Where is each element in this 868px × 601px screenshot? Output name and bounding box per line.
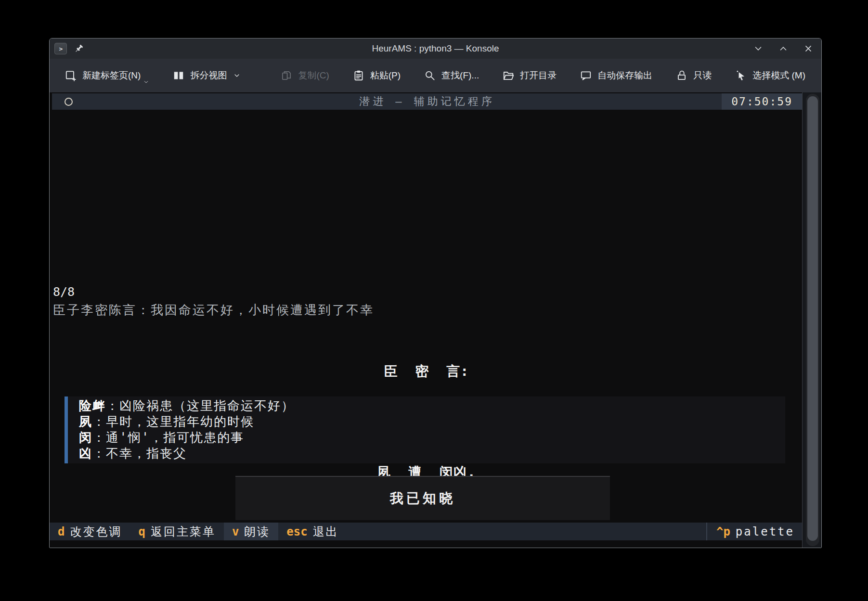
new-tab-icon xyxy=(65,69,77,82)
tui-footer-bar: d 改变色调 q 返回主菜单 v 朗读 esc 退出 ^p palette xyxy=(50,523,803,540)
tui-header-bar: 潜进 – 辅助记忆程序 07:50:59 xyxy=(52,93,802,110)
annotation-line: 险衅：凶险祸患（这里指命运不好） xyxy=(79,398,785,414)
annotation-box: 险衅：凶险祸患（这里指命运不好） 夙：早时，这里指年幼的时候 闵：通'悯'，指可… xyxy=(65,396,785,463)
split-view-button[interactable]: 拆分视图 xyxy=(166,63,247,88)
autosave-output-button[interactable]: 自动保存输出 xyxy=(573,63,659,88)
keybind-change-theme[interactable]: d 改变色调 xyxy=(50,523,130,540)
pin-icon[interactable] xyxy=(74,43,84,54)
keybind-read-aloud[interactable]: v 朗读 xyxy=(224,523,278,540)
read-only-label: 只读 xyxy=(693,69,712,82)
folder-icon xyxy=(502,69,515,82)
annotation-line: 闵：通'悯'，指可忧患的事 xyxy=(79,430,785,446)
new-tab-button[interactable]: 新建标签页(N) xyxy=(58,63,155,88)
select-mode-label: 选择模式 (M) xyxy=(752,69,805,82)
annotation-line: 凶：不幸，指丧父 xyxy=(79,446,785,461)
open-directory-label: 打开目录 xyxy=(520,69,557,82)
spinner-icon xyxy=(65,98,73,106)
cursor-icon xyxy=(735,69,747,82)
copy-label: 复制(C) xyxy=(298,69,329,82)
translation-text: 臣子李密陈言：我因命运不好，小时候遭遇到了不幸 xyxy=(53,300,374,320)
select-mode-button[interactable]: 选择模式 (M) xyxy=(728,63,812,88)
maximize-button[interactable] xyxy=(778,43,789,54)
paste-icon xyxy=(352,69,365,82)
window-title: HeurAMS : python3 — Konsole xyxy=(372,43,499,54)
terminal-view: 潜进 – 辅助记忆程序 07:50:59 8/8 臣子李密陈言：我因命运不好，小… xyxy=(50,92,821,548)
split-view-label: 拆分视图 xyxy=(190,69,227,82)
toolbar: 新建标签页(N) 拆分视图 复制(C) xyxy=(50,59,821,92)
split-view-icon xyxy=(172,69,185,82)
copy-button: 复制(C) xyxy=(274,63,335,88)
chevron-down-icon xyxy=(143,79,149,85)
progress-counter: 8/8 xyxy=(53,284,75,300)
output-bubble-icon xyxy=(580,69,592,82)
tui-app-title: 潜进 – 辅助记忆程序 xyxy=(359,94,495,109)
titlebar: > HeurAMS : python3 — Konsole xyxy=(50,38,821,59)
autosave-output-label: 自动保存输出 xyxy=(597,69,652,82)
keybind-palette[interactable]: ^p palette xyxy=(707,523,803,540)
close-button[interactable] xyxy=(803,43,814,54)
search-icon xyxy=(424,69,436,82)
copy-icon xyxy=(280,69,293,82)
read-only-button[interactable]: 只读 xyxy=(669,63,718,88)
annotation-line: 夙：早时，这里指年幼的时候 xyxy=(79,414,785,430)
find-label: 查找(F)... xyxy=(441,69,479,82)
poem-line: 臣 密 言: xyxy=(50,363,803,380)
tui-clock: 07:50:59 xyxy=(722,93,802,110)
scrollbar-thumb[interactable] xyxy=(807,96,818,541)
acknowledge-button[interactable]: 我已知晓 xyxy=(235,476,610,520)
keybind-exit[interactable]: esc 退出 xyxy=(278,523,347,540)
paste-button[interactable]: 粘贴(P) xyxy=(346,63,407,88)
paste-label: 粘贴(P) xyxy=(370,69,401,82)
minimize-button[interactable] xyxy=(753,43,764,54)
new-tab-label: 新建标签页(N) xyxy=(82,69,141,82)
konsole-app-icon[interactable]: > xyxy=(54,43,67,54)
chevron-down-icon xyxy=(233,72,241,79)
lock-open-icon xyxy=(675,69,688,82)
open-directory-button[interactable]: 打开目录 xyxy=(496,63,563,88)
scrollbar xyxy=(802,92,821,548)
konsole-window: > HeurAMS : python3 — Konsole xyxy=(49,38,822,548)
find-button[interactable]: 查找(F)... xyxy=(417,63,485,88)
keybind-main-menu[interactable]: q 返回主菜单 xyxy=(130,523,223,540)
